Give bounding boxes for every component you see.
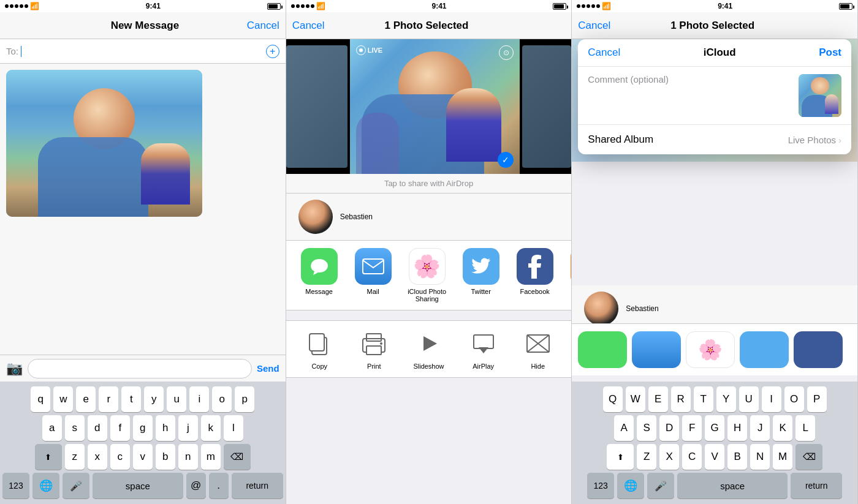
add-recipient-button[interactable]: +	[266, 45, 279, 58]
mic-key[interactable]: 🎤	[63, 473, 89, 498]
emoji-key-3[interactable]: 🌐	[617, 473, 644, 498]
key-E[interactable]: E	[648, 386, 668, 412]
key-z[interactable]: z	[65, 444, 85, 470]
options-badge[interactable]: ⊙	[499, 45, 514, 60]
key-c[interactable]: c	[110, 444, 130, 470]
keyboard-row-3-2: A S D F G H J K L	[574, 415, 855, 441]
key-i[interactable]: i	[189, 386, 209, 412]
action-hide[interactable]: Hide	[514, 328, 563, 370]
space-key[interactable]: space	[93, 473, 183, 498]
key-F[interactable]: F	[682, 415, 702, 441]
key-s[interactable]: s	[65, 415, 85, 441]
key-K[interactable]: K	[773, 415, 792, 441]
key-d[interactable]: d	[88, 415, 107, 441]
icloud-comment-input[interactable]: Comment (optional)	[588, 74, 791, 117]
key-S[interactable]: S	[637, 415, 656, 441]
cancel-button-3[interactable]: Cancel	[578, 20, 610, 32]
key-U[interactable]: U	[739, 386, 759, 412]
key-b[interactable]: b	[156, 444, 175, 470]
key-V[interactable]: V	[705, 444, 724, 470]
camera-icon[interactable]: 📷	[6, 361, 23, 377]
key-J[interactable]: J	[750, 415, 770, 441]
key-B[interactable]: B	[727, 444, 747, 470]
share-app-mail[interactable]: Mail	[346, 248, 400, 303]
key-O[interactable]: O	[784, 386, 804, 412]
share-app-photos[interactable]: 🌸 iCloud Photo Sharing	[400, 248, 454, 303]
share-app-safari[interactable]: Sa...	[562, 248, 572, 303]
to-field[interactable]: To: +	[0, 39, 286, 64]
key-g[interactable]: g	[133, 415, 153, 441]
icloud-cancel-button[interactable]: Cancel	[588, 47, 620, 59]
icloud-post-button[interactable]: Post	[819, 47, 841, 59]
contact-avatar[interactable]	[298, 200, 333, 234]
mic-key-3[interactable]: 🎤	[647, 473, 674, 498]
key-y[interactable]: y	[144, 386, 164, 412]
cancel-button-2[interactable]: Cancel	[292, 20, 325, 32]
key-T[interactable]: T	[694, 386, 713, 412]
shift-key-3[interactable]: ⬆	[607, 444, 634, 470]
space-key-3[interactable]: space	[677, 473, 788, 498]
photo-selected-check[interactable]: ✓	[498, 152, 514, 168]
key-u[interactable]: u	[167, 386, 186, 412]
key-P[interactable]: P	[807, 386, 827, 412]
keyboard-row-2: a s d f g h j k l	[2, 415, 283, 441]
key-W[interactable]: W	[626, 386, 645, 412]
key-h[interactable]: h	[156, 415, 175, 441]
key-I[interactable]: I	[762, 386, 781, 412]
return-key[interactable]: return	[232, 473, 283, 498]
key-f[interactable]: f	[110, 415, 130, 441]
key-C[interactable]: C	[682, 444, 702, 470]
share-app-message[interactable]: Message	[292, 248, 346, 303]
twitter-icon-svg	[471, 258, 492, 275]
key-H[interactable]: H	[727, 415, 747, 441]
key-a[interactable]: a	[42, 415, 62, 441]
cancel-button-1[interactable]: Cancel	[247, 20, 279, 32]
share-app-facebook[interactable]: Facebook	[508, 248, 562, 303]
key-n[interactable]: n	[178, 444, 198, 470]
key-k[interactable]: k	[201, 415, 221, 441]
key-L[interactable]: L	[795, 415, 815, 441]
message-input[interactable]	[28, 359, 252, 378]
key-q[interactable]: q	[31, 386, 50, 412]
photo-side-left[interactable]	[286, 45, 347, 168]
key-o[interactable]: o	[212, 386, 232, 412]
send-button[interactable]: Send	[257, 363, 279, 374]
key-x[interactable]: x	[88, 444, 107, 470]
shift-key[interactable]: ⬆	[35, 444, 62, 470]
key-l[interactable]: l	[224, 415, 243, 441]
key-e[interactable]: e	[76, 386, 96, 412]
key-N[interactable]: N	[750, 444, 770, 470]
delete-key[interactable]: ⌫	[224, 444, 251, 470]
key-A[interactable]: A	[614, 415, 634, 441]
key-X[interactable]: X	[659, 444, 679, 470]
key-Z[interactable]: Z	[637, 444, 656, 470]
share-app-twitter[interactable]: Twitter	[454, 248, 508, 303]
main-photo[interactable]: LIVE ⊙ ✓	[350, 39, 520, 174]
numbers-key[interactable]: 123	[2, 473, 29, 498]
key-v[interactable]: v	[133, 444, 153, 470]
action-slideshow[interactable]: Slideshow	[404, 328, 453, 370]
key-j[interactable]: j	[178, 415, 198, 441]
key-r[interactable]: r	[99, 386, 118, 412]
dot-key[interactable]: .	[209, 473, 229, 498]
key-m[interactable]: m	[201, 444, 221, 470]
key-w[interactable]: w	[53, 386, 73, 412]
at-key[interactable]: @	[186, 473, 206, 498]
photo-side-right[interactable]	[522, 45, 571, 168]
numbers-key-3[interactable]: 123	[587, 473, 614, 498]
action-print[interactable]: Print	[349, 328, 398, 370]
delete-key-3[interactable]: ⌫	[795, 444, 822, 470]
emoji-key[interactable]: 🌐	[32, 473, 59, 498]
key-R[interactable]: R	[671, 386, 691, 412]
icloud-album-row[interactable]: Shared Album Live Photos ›	[578, 125, 851, 154]
return-key-3[interactable]: return	[791, 473, 842, 498]
key-Q[interactable]: Q	[603, 386, 623, 412]
action-copy[interactable]: Copy	[295, 328, 344, 370]
key-D[interactable]: D	[659, 415, 679, 441]
key-G[interactable]: G	[705, 415, 724, 441]
key-p[interactable]: p	[235, 386, 254, 412]
key-M[interactable]: M	[773, 444, 792, 470]
key-Y[interactable]: Y	[716, 386, 736, 412]
action-airplay[interactable]: AirPlay	[459, 328, 508, 370]
key-t[interactable]: t	[121, 386, 141, 412]
